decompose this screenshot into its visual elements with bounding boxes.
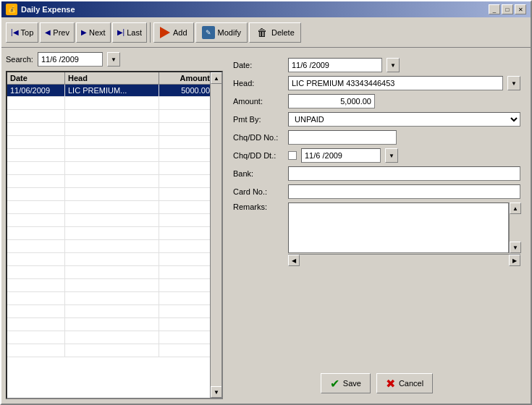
prev-button[interactable]: ◀ Prev [40,22,75,43]
date-dropdown-btn[interactable]: ▼ [387,58,400,72]
first-icon: |◀ [11,28,19,36]
empty-row [7,149,221,162]
remarks-scrollbar-h[interactable]: ◀ ▶ [288,254,520,265]
empty-row [7,305,221,318]
empty-row [7,292,221,305]
cell-amount: 5000.00 [159,85,214,96]
window-title: Daily Expense [21,5,75,14]
add-button[interactable]: Add [153,22,194,43]
empty-row [7,318,221,331]
pmt-by-label: Pmt By: [233,115,284,124]
date-label: Date: [233,61,284,69]
close-button[interactable]: ✕ [515,4,526,14]
next-label: Next [89,28,106,37]
scroll-up-btn[interactable]: ▲ [211,72,222,84]
amount-row: Amount: [233,94,520,108]
delete-label: Delete [271,28,295,37]
amount-input[interactable] [288,94,375,108]
first-button[interactable]: |◀ Top [6,22,38,43]
minimize-button[interactable]: _ [489,4,500,14]
title-bar-left: 💰 Daily Expense [6,4,75,15]
remarks-row: Remarks: ▲ ▼ ◀ [233,202,520,265]
empty-row [7,175,221,188]
last-label: Last [127,28,142,37]
search-dropdown-btn[interactable]: ▼ [107,52,120,67]
head-dropdown-btn[interactable]: ▼ [507,76,520,90]
remarks-scroll-left[interactable]: ◀ [288,255,300,266]
cancel-button[interactable]: ✖ Cancel [376,373,433,393]
table-body: 11/06/2009 LIC PREMIUM... 5000.00 [7,85,221,398]
table-row[interactable]: 11/06/2009 LIC PREMIUM... 5000.00 [7,85,221,97]
chq-dt-dropdown-btn[interactable]: ▼ [385,148,398,163]
card-no-row: Card No.: [233,184,520,199]
add-icon [160,27,170,38]
pmt-by-select[interactable]: UNPAID [288,112,520,127]
scroll-track [211,84,221,386]
col-header-head: Head [65,72,159,84]
remarks-label: Remarks: [233,202,284,211]
card-no-input[interactable] [288,184,520,199]
remarks-scroll-right[interactable]: ▶ [509,255,520,266]
bank-row: Bank: [233,166,520,181]
cancel-label: Cancel [399,379,423,388]
table-scrollbar[interactable]: ▲ ▼ [210,72,221,398]
delete-icon: 🗑 [256,26,269,39]
prev-icon: ◀ [45,28,51,36]
date-input[interactable] [288,58,382,72]
cancel-x-icon: ✖ [386,377,395,391]
date-row: Date: ▼ [233,58,520,72]
empty-rows [7,97,221,357]
save-button[interactable]: ✔ Save [321,373,371,393]
next-button[interactable]: ▶ Next [76,22,111,43]
empty-row [7,344,221,357]
chq-no-label: Chq/DD No.: [233,133,284,142]
delete-button[interactable]: 🗑 Delete [249,22,301,43]
empty-row [7,253,221,266]
modify-icon: ✎ [202,26,215,39]
head-input[interactable] [288,76,503,90]
left-panel: Search: ▼ Date Head Amount 11/06/2009 LI… [6,52,223,399]
content-area: Search: ▼ Date Head Amount 11/06/2009 LI… [1,48,531,404]
add-label: Add [173,28,187,37]
modify-button[interactable]: ✎ Modify [195,22,248,43]
prev-label: Prev [53,28,69,37]
last-icon: ▶| [117,28,125,36]
first-label: Top [21,28,34,37]
toolbar-separator [150,22,151,43]
card-no-label: Card No.: [233,187,284,196]
bottom-buttons: ✔ Save ✖ Cancel [227,367,526,399]
chq-dt-label: Chq/DD Dt.: [233,151,284,160]
save-label: Save [343,379,361,388]
empty-row [7,123,221,136]
maximize-button[interactable]: □ [502,4,513,14]
empty-row [7,97,221,110]
bank-label: Bank: [233,169,284,178]
chq-no-input[interactable] [288,130,397,145]
remarks-scrollbar-v[interactable]: ▲ ▼ [509,202,520,253]
empty-row [7,331,221,344]
empty-row [7,201,221,214]
empty-row [7,240,221,253]
empty-row [7,188,221,201]
chq-dt-checkbox[interactable] [288,151,297,160]
empty-row [7,214,221,227]
head-label: Head: [233,79,284,88]
remarks-scroll-down[interactable]: ▼ [510,242,521,253]
remarks-scroll-track-h [300,255,509,265]
col-header-amount: Amount [159,72,214,84]
chq-dt-input[interactable] [301,148,381,163]
empty-row [7,266,221,279]
bank-input[interactable] [288,166,520,181]
chq-dt-row: Chq/DD Dt.: ▼ [233,148,520,163]
remarks-scroll-up[interactable]: ▲ [510,202,521,214]
empty-row [7,279,221,292]
col-header-date: Date [7,72,65,84]
last-button[interactable]: ▶| Last [112,22,147,43]
empty-row [7,227,221,240]
remarks-textarea[interactable] [288,202,509,253]
search-input[interactable] [38,52,103,67]
cell-date: 11/06/2009 [7,85,65,96]
scroll-down-btn[interactable]: ▼ [211,386,222,398]
empty-row [7,136,221,149]
data-table: Date Head Amount 11/06/2009 LIC PREMIUM.… [6,71,223,399]
